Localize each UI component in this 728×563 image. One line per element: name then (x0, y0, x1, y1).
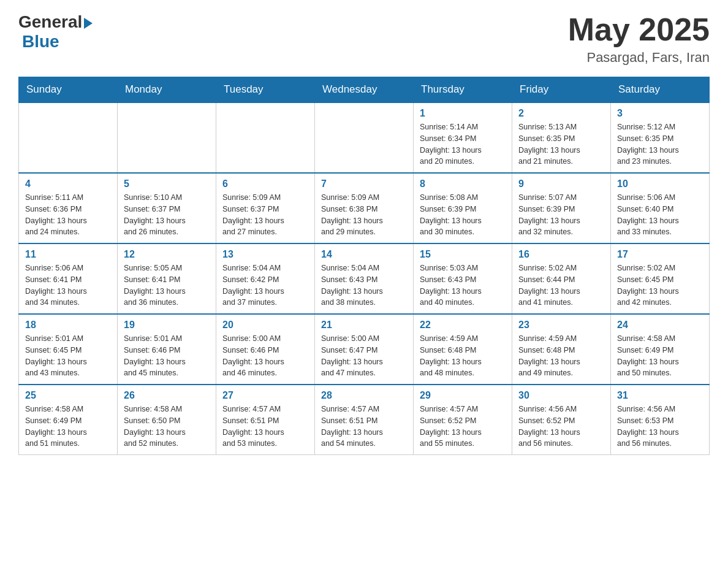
day-info: Sunrise: 4:58 AM Sunset: 6:50 PM Dayligh… (124, 404, 210, 450)
calendar-cell: 29Sunrise: 4:57 AM Sunset: 6:52 PM Dayli… (414, 385, 512, 455)
day-number: 22 (420, 320, 506, 331)
day-number: 2 (518, 108, 604, 119)
calendar-cell (315, 102, 414, 173)
day-info: Sunrise: 5:07 AM Sunset: 6:39 PM Dayligh… (518, 192, 604, 238)
day-number: 16 (518, 249, 604, 260)
logo-blue-text: Blue (22, 32, 59, 52)
calendar-cell (216, 102, 315, 173)
week-row-5: 25Sunrise: 4:58 AM Sunset: 6:49 PM Dayli… (19, 385, 710, 455)
calendar-cell: 6Sunrise: 5:09 AM Sunset: 6:37 PM Daylig… (216, 173, 315, 243)
week-row-4: 18Sunrise: 5:01 AM Sunset: 6:45 PM Dayli… (19, 314, 710, 385)
column-header-tuesday: Tuesday (216, 77, 315, 103)
day-number: 26 (124, 390, 210, 401)
calendar-cell: 30Sunrise: 4:56 AM Sunset: 6:52 PM Dayli… (512, 385, 611, 455)
day-info: Sunrise: 5:03 AM Sunset: 6:43 PM Dayligh… (420, 262, 506, 308)
calendar-header-row: SundayMondayTuesdayWednesdayThursdayFrid… (19, 77, 710, 103)
calendar-cell: 9Sunrise: 5:07 AM Sunset: 6:39 PM Daylig… (512, 173, 611, 243)
day-number: 24 (617, 320, 703, 331)
calendar-cell: 1Sunrise: 5:14 AM Sunset: 6:34 PM Daylig… (414, 102, 512, 173)
day-number: 5 (124, 178, 210, 190)
title-block: May 2025 Pasargad, Fars, Iran (568, 12, 710, 66)
day-info: Sunrise: 5:05 AM Sunset: 6:41 PM Dayligh… (124, 262, 210, 308)
day-number: 4 (25, 178, 111, 190)
day-number: 8 (420, 178, 506, 190)
calendar-cell: 21Sunrise: 5:00 AM Sunset: 6:47 PM Dayli… (315, 314, 414, 385)
day-number: 15 (420, 249, 506, 260)
calendar-cell: 3Sunrise: 5:12 AM Sunset: 6:35 PM Daylig… (611, 102, 710, 173)
day-info: Sunrise: 4:57 AM Sunset: 6:51 PM Dayligh… (222, 404, 308, 450)
day-info: Sunrise: 5:04 AM Sunset: 6:43 PM Dayligh… (321, 262, 407, 308)
day-number: 12 (124, 249, 210, 260)
logo: General Blue (18, 12, 93, 52)
day-info: Sunrise: 5:02 AM Sunset: 6:45 PM Dayligh… (617, 262, 703, 308)
day-info: Sunrise: 4:58 AM Sunset: 6:49 PM Dayligh… (617, 333, 703, 379)
day-info: Sunrise: 5:01 AM Sunset: 6:45 PM Dayligh… (25, 333, 111, 379)
day-number: 3 (617, 108, 703, 119)
calendar-cell: 13Sunrise: 5:04 AM Sunset: 6:42 PM Dayli… (216, 243, 315, 314)
day-info: Sunrise: 5:10 AM Sunset: 6:37 PM Dayligh… (124, 192, 210, 238)
calendar-cell: 31Sunrise: 4:56 AM Sunset: 6:53 PM Dayli… (611, 385, 710, 455)
day-info: Sunrise: 4:57 AM Sunset: 6:52 PM Dayligh… (420, 404, 506, 450)
day-info: Sunrise: 5:09 AM Sunset: 6:37 PM Dayligh… (222, 192, 308, 238)
day-info: Sunrise: 5:00 AM Sunset: 6:47 PM Dayligh… (321, 333, 407, 379)
month-year-title: May 2025 (568, 12, 710, 47)
calendar-cell: 25Sunrise: 4:58 AM Sunset: 6:49 PM Dayli… (19, 385, 118, 455)
calendar-cell: 22Sunrise: 4:59 AM Sunset: 6:48 PM Dayli… (414, 314, 512, 385)
calendar-cell: 2Sunrise: 5:13 AM Sunset: 6:35 PM Daylig… (512, 102, 611, 173)
day-info: Sunrise: 5:14 AM Sunset: 6:34 PM Dayligh… (420, 121, 506, 167)
day-number: 13 (222, 249, 308, 260)
calendar-cell: 10Sunrise: 5:06 AM Sunset: 6:40 PM Dayli… (611, 173, 710, 243)
day-info: Sunrise: 5:08 AM Sunset: 6:39 PM Dayligh… (420, 192, 506, 238)
day-info: Sunrise: 4:56 AM Sunset: 6:52 PM Dayligh… (518, 404, 604, 450)
day-number: 9 (518, 178, 604, 190)
day-number: 29 (420, 390, 506, 401)
column-header-monday: Monday (118, 77, 216, 103)
day-number: 14 (321, 249, 407, 260)
column-header-friday: Friday (512, 77, 611, 103)
day-info: Sunrise: 5:13 AM Sunset: 6:35 PM Dayligh… (518, 121, 604, 167)
day-info: Sunrise: 4:59 AM Sunset: 6:48 PM Dayligh… (420, 333, 506, 379)
day-number: 31 (617, 390, 703, 401)
calendar-cell: 5Sunrise: 5:10 AM Sunset: 6:37 PM Daylig… (118, 173, 216, 243)
day-info: Sunrise: 5:01 AM Sunset: 6:46 PM Dayligh… (124, 333, 210, 379)
calendar-cell: 4Sunrise: 5:11 AM Sunset: 6:36 PM Daylig… (19, 173, 118, 243)
calendar-table: SundayMondayTuesdayWednesdayThursdayFrid… (18, 77, 710, 455)
calendar-cell: 11Sunrise: 5:06 AM Sunset: 6:41 PM Dayli… (19, 243, 118, 314)
day-number: 19 (124, 320, 210, 331)
calendar-cell: 23Sunrise: 4:59 AM Sunset: 6:48 PM Dayli… (512, 314, 611, 385)
calendar-cell (19, 102, 118, 173)
logo-arrow-icon (84, 18, 93, 29)
day-info: Sunrise: 5:06 AM Sunset: 6:41 PM Dayligh… (25, 262, 111, 308)
calendar-cell: 26Sunrise: 4:58 AM Sunset: 6:50 PM Dayli… (118, 385, 216, 455)
day-info: Sunrise: 5:00 AM Sunset: 6:46 PM Dayligh… (222, 333, 308, 379)
week-row-1: 1Sunrise: 5:14 AM Sunset: 6:34 PM Daylig… (19, 102, 710, 173)
calendar-cell: 15Sunrise: 5:03 AM Sunset: 6:43 PM Dayli… (414, 243, 512, 314)
calendar-cell: 17Sunrise: 5:02 AM Sunset: 6:45 PM Dayli… (611, 243, 710, 314)
day-info: Sunrise: 5:09 AM Sunset: 6:38 PM Dayligh… (321, 192, 407, 238)
calendar-cell: 12Sunrise: 5:05 AM Sunset: 6:41 PM Dayli… (118, 243, 216, 314)
day-info: Sunrise: 4:56 AM Sunset: 6:53 PM Dayligh… (617, 404, 703, 450)
day-number: 6 (222, 178, 308, 190)
calendar-cell: 19Sunrise: 5:01 AM Sunset: 6:46 PM Dayli… (118, 314, 216, 385)
calendar-cell (118, 102, 216, 173)
calendar-cell: 24Sunrise: 4:58 AM Sunset: 6:49 PM Dayli… (611, 314, 710, 385)
day-info: Sunrise: 5:04 AM Sunset: 6:42 PM Dayligh… (222, 262, 308, 308)
day-number: 20 (222, 320, 308, 331)
calendar-cell: 14Sunrise: 5:04 AM Sunset: 6:43 PM Dayli… (315, 243, 414, 314)
week-row-3: 11Sunrise: 5:06 AM Sunset: 6:41 PM Dayli… (19, 243, 710, 314)
page-header: General Blue May 2025 Pasargad, Fars, Ir… (18, 12, 710, 66)
day-info: Sunrise: 5:06 AM Sunset: 6:40 PM Dayligh… (617, 192, 703, 238)
day-number: 1 (420, 108, 506, 119)
day-info: Sunrise: 5:12 AM Sunset: 6:35 PM Dayligh… (617, 121, 703, 167)
day-info: Sunrise: 4:58 AM Sunset: 6:49 PM Dayligh… (25, 404, 111, 450)
day-number: 21 (321, 320, 407, 331)
day-number: 30 (518, 390, 604, 401)
logo-general-text: General (18, 12, 82, 32)
column-header-thursday: Thursday (414, 77, 512, 103)
day-number: 23 (518, 320, 604, 331)
day-number: 25 (25, 390, 111, 401)
calendar-cell: 7Sunrise: 5:09 AM Sunset: 6:38 PM Daylig… (315, 173, 414, 243)
week-row-2: 4Sunrise: 5:11 AM Sunset: 6:36 PM Daylig… (19, 173, 710, 243)
calendar-cell: 28Sunrise: 4:57 AM Sunset: 6:51 PM Dayli… (315, 385, 414, 455)
day-number: 7 (321, 178, 407, 190)
